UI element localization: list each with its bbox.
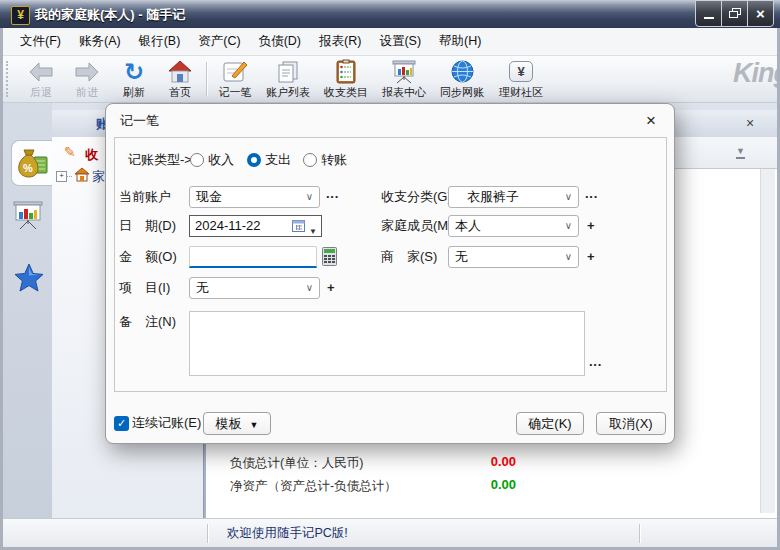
member-label: 家庭成员(M) bbox=[381, 215, 453, 237]
merchant-add-button[interactable]: + bbox=[587, 246, 595, 268]
radio-expense[interactable] bbox=[247, 153, 261, 167]
continuous-checkbox[interactable]: ✓ bbox=[114, 416, 129, 431]
categories-button[interactable]: 收支类目 bbox=[319, 58, 373, 100]
net-assets-row: 净资产（资产总计-负债总计） bbox=[230, 478, 397, 496]
add-record-dialog: 记一笔 × 记账类型-> 收入 支出 转账 当前账户 现金 ∨ ··· 收支分类… bbox=[105, 103, 675, 444]
amount-input[interactable] bbox=[189, 246, 317, 268]
sidebar-tab-favorites[interactable] bbox=[12, 262, 46, 294]
menu-liabilities[interactable]: 负债(D) bbox=[250, 28, 310, 55]
note-pencil-icon bbox=[222, 60, 248, 84]
category-label: 收支分类(G) bbox=[381, 186, 452, 208]
member-add-button[interactable]: + bbox=[587, 215, 595, 237]
star-icon bbox=[13, 262, 45, 294]
date-label: 日 期(D) bbox=[119, 215, 176, 237]
refresh-button[interactable]: ↻ 刷新 bbox=[110, 58, 158, 100]
template-dropdown-icon: ▼ bbox=[250, 420, 259, 430]
account-combobox[interactable]: 现金 ∨ bbox=[189, 186, 320, 208]
sidebar: % bbox=[3, 102, 52, 518]
community-yen-icon: ¥ bbox=[509, 61, 533, 82]
menu-bar: 文件(F) 账务(A) 银行(B) 资产(C) 负债(D) 报表(R) 设置(S… bbox=[3, 28, 777, 56]
amount-label: 金 额(O) bbox=[119, 246, 177, 268]
chevron-down-icon: ∨ bbox=[306, 278, 313, 298]
calculator-icon[interactable] bbox=[322, 247, 337, 266]
project-combobox[interactable]: 无 ∨ bbox=[189, 277, 320, 299]
restore-icon bbox=[729, 8, 741, 19]
report-center-button[interactable]: 报表中心 bbox=[377, 58, 431, 100]
ok-button[interactable]: 确定(K) bbox=[516, 412, 584, 435]
menu-settings[interactable]: 设置(S) bbox=[370, 28, 430, 55]
filter-dropdown-icon[interactable]: ▼ bbox=[736, 146, 745, 159]
close-button[interactable]: × bbox=[747, 0, 774, 27]
dialog-title: 记一笔 bbox=[120, 112, 159, 130]
category-more-button[interactable]: ··· bbox=[585, 186, 598, 208]
chevron-down-icon: ∨ bbox=[565, 187, 572, 207]
tree-node-family-account[interactable]: 家 bbox=[92, 168, 105, 186]
radio-transfer-label[interactable]: 转账 bbox=[321, 149, 347, 171]
home-icon bbox=[167, 60, 193, 84]
project-label: 项 目(I) bbox=[119, 277, 170, 299]
date-field[interactable]: 2024-11-22 ▼ bbox=[189, 215, 322, 237]
menu-file[interactable]: 文件(F) bbox=[11, 28, 70, 55]
restore-button[interactable] bbox=[721, 0, 748, 27]
merchant-combobox[interactable]: 无 ∨ bbox=[448, 246, 579, 268]
date-dropdown-icon[interactable]: ▼ bbox=[309, 222, 317, 242]
chevron-down-icon: ∨ bbox=[306, 187, 313, 207]
back-arrow-icon bbox=[28, 61, 54, 83]
menu-reports[interactable]: 报表(R) bbox=[310, 28, 370, 55]
vertical-scrollbar[interactable] bbox=[760, 169, 775, 513]
sidebar-tab-accounts[interactable]: % bbox=[11, 140, 53, 186]
pencil-icon: ✎ bbox=[64, 144, 76, 160]
forward-arrow-icon bbox=[74, 61, 100, 83]
report-board-icon bbox=[391, 59, 417, 84]
home-button[interactable]: 首页 bbox=[156, 58, 204, 100]
minimize-button[interactable] bbox=[695, 0, 722, 27]
account-more-button[interactable]: ··· bbox=[326, 186, 339, 208]
sidebar-tab-reports[interactable] bbox=[11, 200, 45, 230]
radio-income[interactable] bbox=[190, 153, 204, 167]
merchant-label: 商 家(S) bbox=[381, 246, 437, 268]
dialog-close-icon[interactable]: × bbox=[634, 108, 668, 133]
project-add-button[interactable]: + bbox=[327, 277, 335, 299]
forward-button[interactable]: 前进 bbox=[63, 58, 111, 100]
toolbar-gripper[interactable] bbox=[6, 61, 11, 97]
member-combobox[interactable]: 本人 ∨ bbox=[448, 215, 579, 237]
app-window: ¥ 我的家庭账(本人) - 随手记 × 文件(F) 账务(A) 银行(B) 资产… bbox=[0, 0, 780, 550]
menu-accounting[interactable]: 账务(A) bbox=[70, 28, 130, 55]
net-assets-value: 0.00 bbox=[456, 477, 516, 492]
continuous-checkbox-label[interactable]: 连续记账(E) bbox=[132, 412, 201, 434]
house-icon bbox=[74, 167, 90, 182]
radio-transfer[interactable] bbox=[303, 153, 317, 167]
cancel-button[interactable]: 取消(X) bbox=[596, 412, 666, 435]
add-record-button[interactable]: 记一笔 bbox=[211, 58, 259, 100]
community-button[interactable]: ¥ 理财社区 bbox=[494, 58, 548, 100]
radio-income-label[interactable]: 收入 bbox=[208, 149, 234, 171]
chart-board-icon bbox=[12, 200, 44, 230]
memo-textarea[interactable] bbox=[189, 311, 585, 376]
minimize-icon bbox=[704, 17, 714, 19]
menu-assets[interactable]: 资产(C) bbox=[189, 28, 249, 55]
template-button[interactable]: 模板▼ bbox=[203, 412, 271, 435]
tree-link-income-expense[interactable]: 收 bbox=[85, 146, 98, 164]
tab-close-icon[interactable]: × bbox=[740, 114, 760, 132]
window-title: 我的家庭账(本人) - 随手记 bbox=[35, 6, 185, 24]
statusbar-divider bbox=[207, 524, 209, 543]
back-button[interactable]: 后退 bbox=[17, 58, 65, 100]
menu-help[interactable]: 帮助(H) bbox=[430, 28, 490, 55]
categories-clipboard-icon bbox=[335, 59, 357, 84]
app-yen-icon: ¥ bbox=[11, 6, 30, 25]
calendar-icon bbox=[292, 219, 305, 232]
kingdee-brand-logo: Kingd bbox=[733, 58, 780, 94]
sync-globe-icon bbox=[450, 59, 475, 84]
account-list-button[interactable]: 账户列表 bbox=[261, 58, 315, 100]
memo-label: 备 注(N) bbox=[119, 311, 176, 333]
radio-expense-label[interactable]: 支出 bbox=[265, 149, 291, 171]
sync-button[interactable]: 同步网账 bbox=[435, 58, 489, 100]
chevron-down-icon: ∨ bbox=[565, 216, 572, 236]
money-bag-icon: % bbox=[16, 147, 50, 179]
category-combobox[interactable]: 衣服裤子 ∨ bbox=[448, 186, 579, 208]
window-controls: × bbox=[696, 0, 774, 26]
statusbar-divider-2 bbox=[639, 524, 641, 543]
account-list-icon bbox=[276, 60, 300, 84]
memo-more-button[interactable]: ··· bbox=[589, 354, 602, 376]
menu-bank[interactable]: 银行(B) bbox=[130, 28, 190, 55]
